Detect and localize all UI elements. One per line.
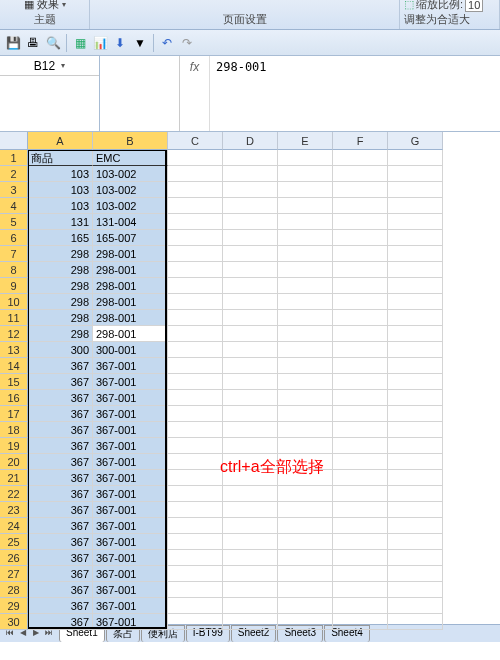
cell[interactable] bbox=[278, 246, 333, 262]
cell[interactable] bbox=[223, 182, 278, 198]
row-header[interactable]: 29 bbox=[0, 598, 28, 614]
cell[interactable] bbox=[388, 454, 443, 470]
cell[interactable] bbox=[333, 406, 388, 422]
cell[interactable] bbox=[388, 566, 443, 582]
cell[interactable] bbox=[278, 278, 333, 294]
column-header[interactable]: F bbox=[333, 132, 388, 150]
row-header[interactable]: 26 bbox=[0, 550, 28, 566]
cell[interactable] bbox=[223, 342, 278, 358]
row-header[interactable]: 4 bbox=[0, 198, 28, 214]
cell[interactable] bbox=[168, 486, 223, 502]
cell[interactable] bbox=[168, 438, 223, 454]
row-header[interactable]: 10 bbox=[0, 294, 28, 310]
cell[interactable] bbox=[168, 390, 223, 406]
cell[interactable]: 300 bbox=[28, 342, 93, 358]
cell[interactable] bbox=[223, 358, 278, 374]
cell[interactable] bbox=[223, 278, 278, 294]
row-header[interactable]: 15 bbox=[0, 374, 28, 390]
cell[interactable] bbox=[333, 582, 388, 598]
cell[interactable] bbox=[168, 550, 223, 566]
cell[interactable] bbox=[333, 294, 388, 310]
cell[interactable] bbox=[278, 262, 333, 278]
column-header[interactable]: B bbox=[93, 132, 168, 150]
cell[interactable] bbox=[168, 278, 223, 294]
cell[interactable]: 367-001 bbox=[93, 438, 168, 454]
cell[interactable] bbox=[333, 614, 388, 630]
cell[interactable] bbox=[223, 550, 278, 566]
cell[interactable]: 131-004 bbox=[93, 214, 168, 230]
cell[interactable] bbox=[168, 470, 223, 486]
cell[interactable] bbox=[168, 262, 223, 278]
cell[interactable] bbox=[223, 422, 278, 438]
cell[interactable] bbox=[168, 566, 223, 582]
cell[interactable] bbox=[333, 566, 388, 582]
cell[interactable]: 131 bbox=[28, 214, 93, 230]
cell[interactable] bbox=[168, 150, 223, 166]
cell[interactable]: 367 bbox=[28, 470, 93, 486]
cell[interactable]: 165 bbox=[28, 230, 93, 246]
zoom-value[interactable]: 10 bbox=[465, 0, 483, 12]
cell[interactable] bbox=[388, 246, 443, 262]
row-header[interactable]: 22 bbox=[0, 486, 28, 502]
cell[interactable] bbox=[223, 150, 278, 166]
cell[interactable] bbox=[333, 182, 388, 198]
cell[interactable] bbox=[278, 614, 333, 630]
cell[interactable] bbox=[388, 502, 443, 518]
cell[interactable]: 103-002 bbox=[93, 166, 168, 182]
cell[interactable]: 298-001 bbox=[93, 326, 168, 342]
cell[interactable]: 367-001 bbox=[93, 518, 168, 534]
cell[interactable] bbox=[168, 534, 223, 550]
cell[interactable]: 367 bbox=[28, 406, 93, 422]
row-header[interactable]: 16 bbox=[0, 390, 28, 406]
row-header[interactable]: 24 bbox=[0, 518, 28, 534]
cell[interactable] bbox=[223, 566, 278, 582]
cell[interactable] bbox=[388, 182, 443, 198]
cell[interactable]: 103-002 bbox=[93, 198, 168, 214]
cell[interactable] bbox=[388, 598, 443, 614]
cell[interactable]: 367-001 bbox=[93, 582, 168, 598]
cell[interactable] bbox=[388, 374, 443, 390]
cell[interactable]: 367-001 bbox=[93, 390, 168, 406]
row-header[interactable]: 27 bbox=[0, 566, 28, 582]
undo-icon[interactable]: ↶ bbox=[158, 34, 176, 52]
cell[interactable] bbox=[168, 422, 223, 438]
cell[interactable]: 367-001 bbox=[93, 470, 168, 486]
chevron-down-icon[interactable]: ▾ bbox=[61, 61, 65, 70]
cell[interactable]: 300-001 bbox=[93, 342, 168, 358]
cell[interactable]: 367-001 bbox=[93, 502, 168, 518]
cell[interactable] bbox=[223, 262, 278, 278]
row-header[interactable]: 25 bbox=[0, 534, 28, 550]
cell[interactable] bbox=[278, 502, 333, 518]
cell[interactable] bbox=[333, 246, 388, 262]
cell[interactable] bbox=[278, 550, 333, 566]
cell[interactable] bbox=[223, 310, 278, 326]
cell[interactable] bbox=[278, 182, 333, 198]
cell[interactable] bbox=[223, 390, 278, 406]
cell[interactable] bbox=[278, 390, 333, 406]
row-header[interactable]: 17 bbox=[0, 406, 28, 422]
cell[interactable]: 367 bbox=[28, 390, 93, 406]
cell[interactable] bbox=[388, 438, 443, 454]
cell[interactable] bbox=[388, 550, 443, 566]
save-icon[interactable]: 💾 bbox=[4, 34, 22, 52]
cell[interactable] bbox=[168, 502, 223, 518]
cell[interactable]: 367 bbox=[28, 534, 93, 550]
cell[interactable] bbox=[278, 438, 333, 454]
chart-icon[interactable]: 📊 bbox=[91, 34, 109, 52]
cell[interactable] bbox=[388, 294, 443, 310]
cell[interactable] bbox=[388, 150, 443, 166]
cell[interactable]: 367 bbox=[28, 454, 93, 470]
cell[interactable] bbox=[168, 166, 223, 182]
cell[interactable]: 367-001 bbox=[93, 486, 168, 502]
cell[interactable] bbox=[278, 326, 333, 342]
cell[interactable] bbox=[278, 310, 333, 326]
cell[interactable] bbox=[223, 486, 278, 502]
cell[interactable] bbox=[278, 422, 333, 438]
cell[interactable] bbox=[168, 246, 223, 262]
cell[interactable] bbox=[388, 486, 443, 502]
cell[interactable]: 298-001 bbox=[93, 278, 168, 294]
cell[interactable] bbox=[333, 390, 388, 406]
cell[interactable] bbox=[388, 262, 443, 278]
cell[interactable] bbox=[168, 230, 223, 246]
cell[interactable]: 367 bbox=[28, 550, 93, 566]
